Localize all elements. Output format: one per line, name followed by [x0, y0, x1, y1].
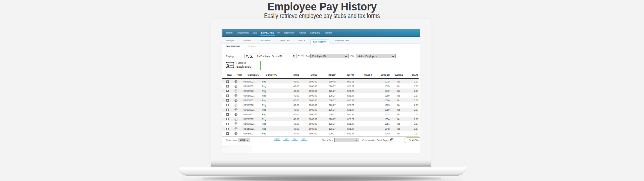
svg-text:$: $ — [227, 63, 229, 68]
